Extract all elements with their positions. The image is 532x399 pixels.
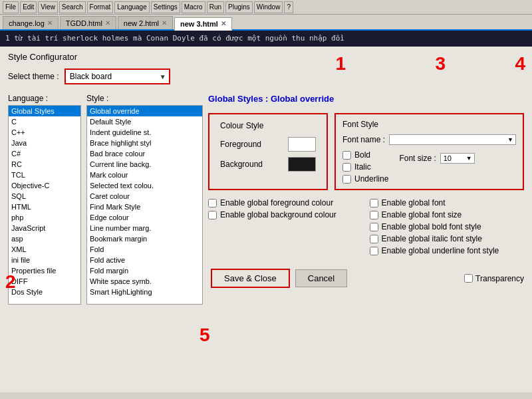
tab-close-changelog[interactable]: ✕: [47, 19, 53, 27]
transparency-checkbox[interactable]: [464, 274, 473, 283]
tab-new2[interactable]: new 2.html ✕: [118, 16, 173, 29]
cancel-button[interactable]: Cancel: [295, 269, 347, 287]
bold-checkbox[interactable]: [342, 151, 351, 160]
font-size-row: Font size : 10 8 9 11 12: [399, 153, 474, 164]
style-edge[interactable]: Edge colour: [87, 212, 202, 223]
lang-java[interactable]: Java: [9, 138, 80, 148]
colour-style-box: Colour Style Foreground Background: [208, 113, 328, 190]
tab-tgdd[interactable]: TGDD.html ✕: [60, 16, 116, 29]
lower-right: Enable global font Enable global font si…: [370, 198, 525, 255]
style-brace[interactable]: Brace highlight styl: [87, 138, 202, 148]
font-checkboxes: Bold Italic Underline: [342, 150, 388, 184]
enable-bold-check-row[interactable]: Enable global bold font style: [370, 222, 525, 231]
enable-fg-checkbox[interactable]: [208, 199, 217, 207]
tab-changelog[interactable]: change.log ✕: [3, 16, 59, 29]
lower-panels: Enable global foreground colour Enable g…: [208, 198, 524, 255]
toolbar-file[interactable]: File: [3, 1, 19, 13]
bold-check-row[interactable]: Bold: [342, 150, 388, 160]
style-label: Style :: [86, 94, 203, 103]
lang-properties[interactable]: Properties file: [9, 265, 80, 276]
enable-font-checkbox[interactable]: [370, 199, 378, 207]
lang-dosstyle[interactable]: Dos Style: [9, 287, 80, 297]
style-currentline[interactable]: Current line backg.: [87, 159, 202, 170]
transparency-label: Transparency: [475, 274, 524, 283]
enable-italic-checkbox[interactable]: [370, 235, 378, 243]
style-list[interactable]: Global override Default Style Indent gui…: [86, 105, 203, 305]
style-default[interactable]: Default Style: [87, 116, 202, 127]
background-swatch[interactable]: [288, 157, 316, 172]
style-findmark[interactable]: Find Mark Style: [87, 201, 202, 212]
toolbar-view[interactable]: View: [38, 1, 58, 13]
lang-sql[interactable]: SQL: [9, 191, 80, 201]
toolbar-run[interactable]: Run: [207, 1, 224, 13]
enable-bg-checkbox[interactable]: [208, 211, 217, 219]
style-linenumber[interactable]: Line number marg.: [87, 223, 202, 233]
font-name-select[interactable]: Arial Courier New Consolas: [390, 135, 515, 144]
bold-label: Bold: [354, 150, 370, 160]
toolbar-help[interactable]: ?: [284, 1, 293, 13]
enable-fg-check-row[interactable]: Enable global foreground colour: [208, 198, 363, 207]
foreground-swatch[interactable]: [288, 137, 316, 152]
lang-inifile[interactable]: ini file: [9, 255, 80, 265]
tab-new3[interactable]: new 3.html ✕: [174, 17, 232, 31]
theme-select-wrap: Black board Default Monokai Zenburn: [65, 68, 170, 84]
toolbar-window[interactable]: Window: [254, 1, 283, 13]
style-fold[interactable]: Fold: [87, 244, 202, 255]
style-bookmark[interactable]: Bookmark margin: [87, 233, 202, 244]
lang-csharp[interactable]: C#: [9, 148, 80, 159]
lang-tcl[interactable]: TCL: [9, 170, 80, 180]
font-size-select[interactable]: 10 8 9 11 12: [441, 154, 474, 163]
lang-diff[interactable]: DIFF: [9, 276, 80, 287]
italic-checkbox[interactable]: [342, 163, 351, 172]
italic-check-row[interactable]: Italic: [342, 162, 388, 172]
tab-close-new3[interactable]: ✕: [221, 20, 226, 27]
underline-check-row[interactable]: Underline: [342, 174, 388, 184]
tab-bar: change.log ✕ TGDD.html ✕ new 2.html ✕ ne…: [0, 15, 532, 31]
toolbar-format[interactable]: Format: [87, 1, 114, 13]
toolbar-language[interactable]: Language: [114, 1, 150, 13]
style-foldactive[interactable]: Fold active: [87, 255, 202, 265]
tab-close-tgdd[interactable]: ✕: [105, 19, 110, 27]
enable-bold-checkbox[interactable]: [370, 223, 378, 231]
lang-rc[interactable]: RC: [9, 159, 80, 170]
lang-html[interactable]: HTML: [9, 201, 80, 212]
toolbar-macro[interactable]: Macro: [182, 1, 205, 13]
enable-italic-check-row[interactable]: Enable global italic font style: [370, 234, 525, 243]
style-badbrace[interactable]: Bad brace colour: [87, 148, 202, 159]
style-whitespace[interactable]: White space symb.: [87, 276, 202, 287]
enable-fontsize-check-row[interactable]: Enable global font size: [370, 210, 525, 219]
enable-underline-checkbox[interactable]: [370, 247, 378, 255]
style-global-override[interactable]: Global override: [87, 106, 202, 116]
style-selectedtext[interactable]: Selected text colou.: [87, 180, 202, 191]
enable-fontsize-checkbox[interactable]: [370, 211, 378, 219]
lang-c[interactable]: C: [9, 116, 80, 127]
style-indent[interactable]: Indent guideline st.: [87, 127, 202, 138]
underline-checkbox[interactable]: [342, 175, 351, 184]
dialog-title: Style Configurator: [8, 52, 524, 62]
toolbar-search[interactable]: Search: [59, 1, 86, 13]
lang-cpp[interactable]: C++: [9, 127, 80, 138]
font-size-select-wrap: 10 8 9 11 12: [440, 153, 475, 164]
tab-close-new2[interactable]: ✕: [162, 19, 167, 27]
lang-php[interactable]: php: [9, 212, 80, 223]
toolbar-settings[interactable]: Settings: [151, 1, 180, 13]
style-configurator-dialog: 1 2 3 4 5 Style Configurator Select them…: [0, 47, 532, 392]
enable-underline-check-row[interactable]: Enable global underline font style: [370, 246, 525, 255]
language-list[interactable]: Global Styles C C++ Java C# RC TCL Objec…: [8, 105, 81, 305]
lang-global-styles[interactable]: Global Styles: [9, 106, 80, 116]
save-close-button[interactable]: Save & Close: [211, 269, 290, 288]
lang-js[interactable]: JavaScript: [9, 223, 80, 233]
lang-objc[interactable]: Objective-C: [9, 180, 80, 191]
lang-xml[interactable]: XML: [9, 244, 80, 255]
toolbar-edit[interactable]: Edit: [20, 1, 37, 13]
toolbar-plugins[interactable]: Plugins: [225, 1, 253, 13]
enable-bg-check-row[interactable]: Enable global background colour: [208, 210, 363, 219]
style-foldmargin[interactable]: Fold margin: [87, 265, 202, 276]
underline-label: Underline: [354, 174, 388, 184]
style-smarthighlight[interactable]: Smart HighLighting: [87, 287, 202, 297]
style-markcolour[interactable]: Mark colour: [87, 170, 202, 180]
lang-asp[interactable]: asp: [9, 233, 80, 244]
enable-font-check-row[interactable]: Enable global font: [370, 198, 525, 207]
theme-select[interactable]: Black board Default Monokai Zenburn: [66, 70, 169, 83]
style-caret[interactable]: Caret colour: [87, 191, 202, 201]
